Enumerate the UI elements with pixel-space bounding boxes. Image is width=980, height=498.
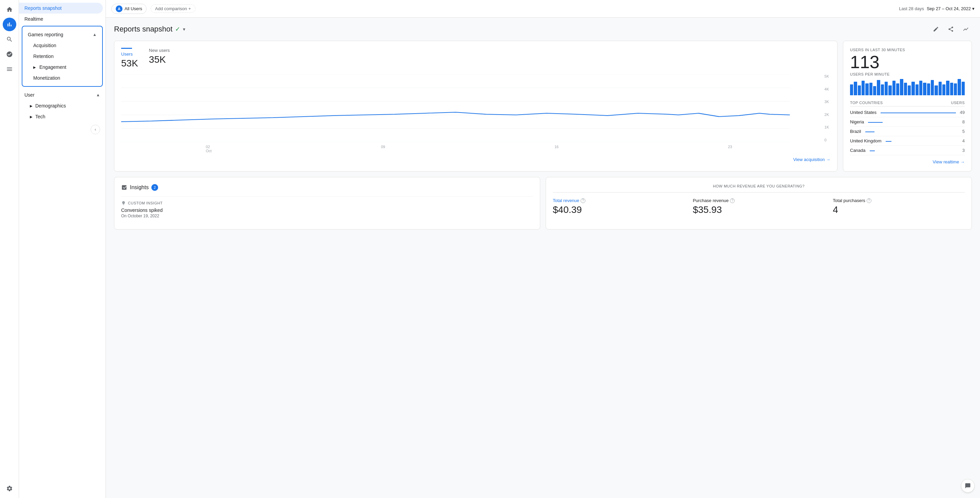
total-purchasers-value: 4: [833, 205, 965, 215]
country-row: Brazil 5: [850, 127, 965, 136]
country-count: 3: [963, 148, 965, 153]
country-name: Nigeria: [850, 119, 864, 124]
all-users-chip[interactable]: A All Users: [111, 4, 146, 14]
insights-label: Insights: [130, 184, 149, 190]
mini-bar: [950, 83, 953, 95]
sidebar-item-realtime[interactable]: Realtime: [19, 14, 103, 24]
insights-icon: [121, 184, 127, 190]
purchase-revenue-label: Purchase revenue ?: [693, 198, 825, 203]
mini-bar: [939, 82, 942, 95]
page-title-area: Reports snapshot ✓ ▾: [114, 25, 185, 33]
mini-bar: [850, 84, 853, 95]
view-acquisition-link[interactable]: View acquisition →: [121, 157, 830, 162]
mini-bar: [904, 83, 907, 95]
sidebar-user-label: User: [24, 92, 35, 98]
content-area: Reports snapshot ✓ ▾: [106, 17, 980, 498]
sidebar-games-reporting-section: Games reporting ▲ Acquisition Retention …: [22, 26, 103, 87]
sidebar-user-section[interactable]: User ▲: [19, 89, 105, 100]
mini-bar: [912, 82, 915, 95]
analytics-icon[interactable]: [3, 17, 16, 31]
country-count: 8: [963, 119, 965, 124]
realtime-card: USERS IN LAST 30 MINUTES 113 USERS PER M…: [843, 41, 972, 171]
mini-bar: [923, 83, 926, 95]
sidebar-item-monetization[interactable]: Monetization: [22, 73, 102, 83]
date-range-value: Sep 27 – Oct 24, 2022: [927, 6, 971, 11]
date-range-picker[interactable]: Sep 27 – Oct 24, 2022 ▾: [927, 6, 975, 11]
collapse-icon: ▲: [93, 32, 97, 37]
reports-icon[interactable]: [3, 62, 16, 76]
mini-bar: [862, 81, 865, 95]
country-bar-container: [886, 138, 958, 143]
top-countries-label: TOP COUNTRIES: [850, 101, 883, 105]
countries-list: United States 49 Nigeria 8 Brazil 5 Unit…: [850, 108, 965, 155]
countries-header: TOP COUNTRIES USERS: [850, 101, 965, 106]
more-options-button[interactable]: [959, 23, 972, 35]
mini-bar: [858, 86, 861, 95]
sidebar: Reports snapshot Realtime Games reportin…: [19, 0, 106, 498]
total-revenue-value: $40.39: [553, 205, 685, 215]
country-name: Brazil: [850, 129, 861, 134]
expand-icon: ▶: [30, 104, 33, 108]
mini-bar: [892, 81, 896, 95]
mini-bar: [873, 86, 876, 95]
chart-svg: [121, 74, 830, 142]
total-revenue-label: Total revenue ?: [553, 198, 685, 203]
content-title-actions: [930, 23, 972, 35]
insights-card: Insights 2 CUSTOM INSIGHT Conversions sp…: [114, 177, 540, 230]
insight-item: CUSTOM INSIGHT Conversions spiked On Oct…: [121, 196, 533, 222]
total-revenue-help-icon[interactable]: ?: [581, 198, 585, 203]
sidebar-item-reports-snapshot[interactable]: Reports snapshot: [19, 3, 103, 14]
sidebar-games-reporting-header[interactable]: Games reporting ▲: [22, 29, 102, 40]
view-acquisition-label: View acquisition →: [793, 157, 830, 162]
mini-bar: [888, 86, 891, 95]
revenue-header: HOW MUCH REVENUE ARE YOU GENERATING?: [553, 184, 965, 193]
total-purchasers-help-icon[interactable]: ?: [867, 198, 872, 203]
mini-bar: [900, 79, 903, 95]
sidebar-item-engagement[interactable]: ▶ Engagement: [22, 62, 102, 73]
content-header: Reports snapshot ✓ ▾: [114, 23, 972, 35]
search-icon[interactable]: [3, 33, 16, 46]
edit-report-button[interactable]: [930, 23, 942, 35]
expand-icon: ▶: [33, 65, 36, 69]
mini-bar: [869, 83, 872, 95]
main-content: A All Users Add comparison + Last 28 day…: [106, 0, 980, 498]
dropdown-icon[interactable]: ▾: [183, 27, 185, 32]
country-bar: [868, 122, 882, 123]
sidebar-item-demographics[interactable]: ▶ Demographics: [19, 100, 105, 111]
home-icon[interactable]: [3, 3, 16, 16]
sidebar-item-retention[interactable]: Retention: [22, 51, 102, 62]
country-count: 49: [960, 110, 965, 115]
sidebar-item-acquisition[interactable]: Acquisition: [22, 40, 102, 51]
share-button[interactable]: [945, 23, 957, 35]
revenue-card: HOW MUCH REVENUE ARE YOU GENERATING? Tot…: [546, 177, 972, 230]
user-avatar: A: [116, 5, 123, 12]
country-bar: [886, 141, 891, 142]
audience-icon[interactable]: [3, 48, 16, 61]
mini-bar-chart: [850, 79, 965, 95]
purchase-revenue-help-icon[interactable]: ?: [730, 198, 735, 203]
chart-x-labels: 02Oct 09 16 23: [121, 145, 830, 153]
mini-bar: [958, 79, 961, 95]
country-row: Nigeria 8: [850, 117, 965, 127]
sidebar-item-tech[interactable]: ▶ Tech: [19, 111, 105, 122]
total-purchasers-label: Total purchasers ?: [833, 198, 965, 203]
users-label: Users: [121, 52, 138, 57]
users-value: 53K: [121, 58, 138, 69]
mini-bar: [919, 81, 922, 95]
purchase-revenue-stat: Purchase revenue ? $35.93: [693, 198, 825, 215]
country-count: 5: [963, 129, 965, 134]
mini-bar: [962, 82, 965, 95]
mini-bar: [908, 86, 911, 95]
settings-icon[interactable]: [3, 482, 16, 495]
mini-bar: [916, 84, 919, 95]
sidebar-games-reporting-label: Games reporting: [28, 32, 63, 37]
mini-bar: [854, 82, 857, 95]
floating-feedback-button[interactable]: [961, 479, 975, 493]
view-realtime-label: View realtime →: [933, 159, 965, 165]
country-name: Canada: [850, 148, 865, 153]
add-comparison-button[interactable]: Add comparison +: [151, 5, 196, 13]
mini-bar: [954, 83, 957, 95]
new-users-value: 35K: [149, 54, 170, 65]
sidebar-collapse-btn[interactable]: ‹: [91, 125, 100, 134]
view-realtime-link[interactable]: View realtime →: [850, 159, 965, 165]
